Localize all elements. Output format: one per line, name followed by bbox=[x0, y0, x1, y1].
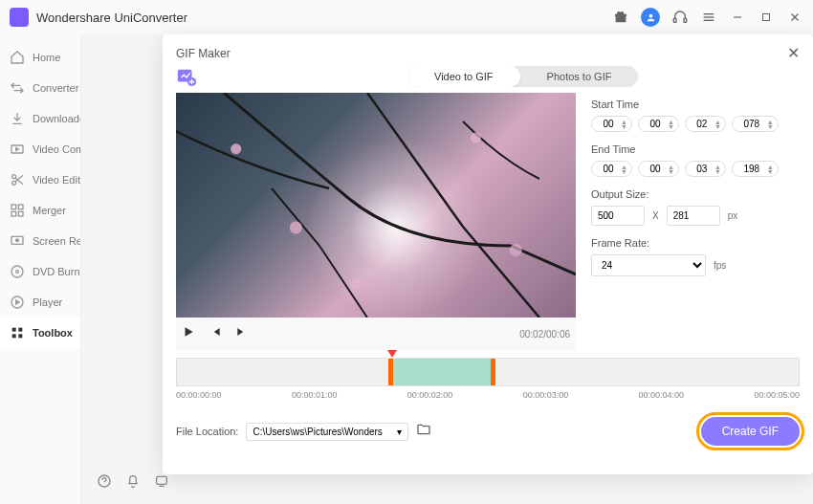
file-path: C:\Users\ws\Pictures\Wonders bbox=[253, 427, 382, 437]
playhead-icon[interactable] bbox=[387, 350, 397, 358]
help-icon[interactable] bbox=[97, 473, 112, 493]
timeline[interactable]: 00:00:00:00 00:00:01:00 00:00:02:00 00:0… bbox=[176, 358, 800, 404]
svg-rect-16 bbox=[18, 211, 23, 216]
nav-toolbox[interactable]: Toolbox bbox=[0, 318, 80, 348]
svg-point-19 bbox=[11, 266, 23, 277]
file-location-label: File Location: bbox=[176, 426, 238, 437]
nav-player[interactable]: Player bbox=[0, 287, 80, 318]
svg-point-20 bbox=[16, 271, 19, 274]
fps-unit: fps bbox=[714, 260, 726, 271]
video-preview bbox=[176, 93, 576, 318]
end-m-input[interactable] bbox=[647, 164, 664, 174]
user-avatar-icon[interactable] bbox=[641, 8, 660, 27]
width-input[interactable] bbox=[591, 206, 645, 226]
x-label: X bbox=[652, 210, 659, 221]
fps-select[interactable]: 24 bbox=[591, 254, 706, 276]
end-ms[interactable]: ▲▼ bbox=[732, 161, 779, 177]
nav-label: Video Compressor bbox=[33, 143, 80, 155]
chevron-down-icon: ▾ bbox=[397, 427, 402, 437]
nav-dvd-burner[interactable]: DVD Burner bbox=[0, 256, 80, 287]
end-ms-input[interactable] bbox=[740, 164, 763, 174]
next-frame-button[interactable] bbox=[235, 325, 249, 342]
start-s-input[interactable] bbox=[693, 119, 711, 129]
start-hours[interactable]: ▲▼ bbox=[591, 116, 632, 132]
end-s-input[interactable] bbox=[693, 164, 711, 174]
tick: 00:00:04:00 bbox=[639, 390, 685, 400]
headset-icon[interactable] bbox=[671, 9, 689, 26]
gift-icon[interactable] bbox=[612, 9, 629, 26]
tick: 00:00:01:00 bbox=[292, 390, 338, 400]
file-location-select[interactable]: C:\Users\ws\Pictures\Wonders ▾ bbox=[246, 423, 408, 441]
start-time-label: Start Time bbox=[591, 99, 800, 110]
tick: 00:00:02:00 bbox=[407, 390, 453, 400]
nav-screen-recorder[interactable]: Screen Recorder bbox=[0, 226, 80, 256]
height-input[interactable] bbox=[667, 206, 720, 226]
svg-rect-24 bbox=[12, 334, 16, 338]
tick: 00:00:00:00 bbox=[176, 390, 222, 400]
nav-label: Video Editor bbox=[33, 174, 80, 186]
svg-rect-29 bbox=[157, 476, 167, 484]
svg-point-0 bbox=[648, 13, 652, 17]
start-ms[interactable]: ▲▼ bbox=[732, 116, 779, 132]
tick: 00:00:03:00 bbox=[523, 390, 569, 400]
tab-photos-to-gif[interactable]: Photos to GIF bbox=[520, 66, 639, 87]
timeline-track[interactable] bbox=[176, 358, 800, 386]
close-button[interactable] bbox=[786, 9, 803, 26]
end-h-input[interactable] bbox=[600, 164, 617, 174]
svg-rect-7 bbox=[763, 14, 770, 21]
nav-label: Merger bbox=[33, 205, 66, 216]
sidebar: Home Converter Downloader Video Compress… bbox=[0, 34, 81, 504]
nav-merger[interactable]: Merger bbox=[0, 195, 80, 226]
app-title: Wondershare UniConverter bbox=[36, 11, 612, 25]
end-seconds[interactable]: ▲▼ bbox=[685, 161, 726, 177]
start-minutes[interactable]: ▲▼ bbox=[638, 116, 679, 132]
nav-label: Player bbox=[33, 296, 62, 308]
end-hours[interactable]: ▲▼ bbox=[591, 161, 632, 177]
app-logo-icon bbox=[10, 8, 29, 27]
svg-rect-1 bbox=[673, 18, 676, 22]
tick: 00:00:05:00 bbox=[754, 390, 800, 400]
add-media-icon[interactable] bbox=[176, 66, 197, 87]
svg-rect-23 bbox=[18, 328, 22, 332]
timeline-selection[interactable] bbox=[388, 359, 495, 385]
play-controls: 00:02/00:06 bbox=[176, 318, 576, 350]
bell-icon[interactable] bbox=[125, 473, 141, 493]
nav-converter[interactable]: Converter bbox=[0, 73, 80, 103]
nav-downloader[interactable]: Downloader bbox=[0, 103, 80, 134]
svg-rect-25 bbox=[18, 334, 22, 338]
nav-home[interactable]: Home bbox=[0, 42, 80, 73]
nav-label: Toolbox bbox=[33, 327, 73, 339]
end-minutes[interactable]: ▲▼ bbox=[638, 161, 679, 177]
svg-rect-14 bbox=[18, 205, 23, 209]
svg-rect-22 bbox=[12, 328, 16, 332]
open-folder-button[interactable] bbox=[416, 422, 431, 441]
prev-frame-button[interactable] bbox=[209, 325, 222, 342]
nav-label: Screen Recorder bbox=[33, 235, 80, 247]
menu-icon[interactable] bbox=[700, 9, 717, 26]
modal-title: GIF Maker bbox=[176, 47, 787, 60]
maximize-button[interactable] bbox=[758, 9, 775, 26]
start-ms-input[interactable] bbox=[740, 119, 763, 129]
tab-video-to-gif[interactable]: Video to GIF bbox=[407, 66, 520, 87]
nav-video-editor[interactable]: Video Editor bbox=[0, 164, 80, 195]
create-gif-button[interactable]: Create GIF bbox=[701, 417, 800, 446]
play-button[interactable] bbox=[182, 325, 195, 342]
px-unit: px bbox=[728, 210, 738, 221]
nav-label: Downloader bbox=[33, 113, 80, 124]
nav-label: Home bbox=[33, 52, 60, 63]
mode-tabs: Video to GIF Photos to GIF bbox=[407, 66, 638, 87]
feedback-icon[interactable] bbox=[154, 473, 169, 493]
minimize-button[interactable] bbox=[729, 9, 746, 26]
nav-label: DVD Burner bbox=[33, 266, 80, 277]
svg-rect-2 bbox=[684, 18, 687, 22]
time-display: 00:02/00:06 bbox=[519, 329, 570, 340]
svg-point-18 bbox=[16, 239, 19, 242]
start-seconds[interactable]: ▲▼ bbox=[685, 116, 726, 132]
gif-maker-modal: GIF Maker ✕ Video to GIF Photos to GIF bbox=[163, 34, 813, 474]
start-m-input[interactable] bbox=[647, 119, 664, 129]
nav-video-compressor[interactable]: Video Compressor bbox=[0, 134, 80, 164]
close-icon[interactable]: ✕ bbox=[787, 44, 800, 62]
start-h-input[interactable] bbox=[600, 119, 617, 129]
nav-label: Converter bbox=[33, 82, 78, 94]
end-time-label: End Time bbox=[591, 143, 800, 155]
